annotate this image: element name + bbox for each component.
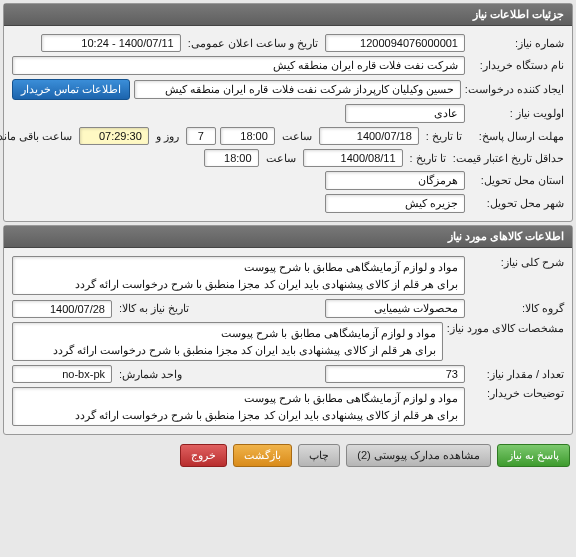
reply-time-value: 18:00 (220, 127, 275, 145)
need-no-value: 1200094076000001 (325, 34, 465, 52)
back-button[interactable]: بازگشت (233, 444, 292, 467)
item-spec-line1: مواد و لوازم آزمایشگاهی مطابق با شرح پیو… (19, 325, 436, 342)
action-button-bar: پاسخ به نیاز مشاهده مدارک پیوستی (2) چاپ… (0, 438, 576, 473)
unit-label: واحد شمارش: (116, 368, 185, 381)
reply-to-need-button[interactable]: پاسخ به نیاز (497, 444, 570, 467)
announce-value: 1400/07/11 - 10:24 (41, 34, 181, 52)
need-to-date-value: 1400/07/28 (12, 300, 112, 318)
contact-buyer-button[interactable]: اطلاعات تماس خریدار (12, 79, 130, 100)
city-label: شهر محل تحویل: (469, 197, 564, 210)
buyer-label: نام دستگاه خریدار: (469, 59, 564, 72)
buyer-value: شرکت نفت فلات قاره ایران منطقه کیش (12, 56, 465, 75)
announce-label: تاریخ و ساعت اعلان عمومی: (185, 37, 321, 50)
price-valid-label: حداقل تاریخ اعتبار قیمت: (453, 152, 564, 165)
price-valid-time-label: ساعت (263, 152, 299, 165)
item-spec-label: مشخصات کالای مورد نیاز: (447, 322, 564, 335)
province-value: هرمزگان (325, 171, 465, 190)
to-date-label-1: تا تاریخ : (423, 130, 465, 143)
buyer-note-line2: برای هر قلم از کالای پیشنهادی باید ایران… (19, 407, 458, 424)
remaining-days-value: 7 (186, 127, 216, 145)
reply-time-label: ساعت (279, 130, 315, 143)
reply-deadline-label: مهلت ارسال پاسخ: (469, 130, 564, 143)
need-desc-line1: مواد و لوازم آزمایشگاهی مطابق با شرح پیو… (19, 259, 458, 276)
city-value: جزیره کیش (325, 194, 465, 213)
unit-value: no-bx-pk (12, 365, 112, 383)
creator-label: ایجاد کننده درخواست: (465, 83, 564, 96)
price-valid-time-value: 18:00 (204, 149, 259, 167)
province-label: استان محل تحویل: (469, 174, 564, 187)
price-valid-date-value: 1400/08/11 (303, 149, 403, 167)
view-attachments-button[interactable]: مشاهده مدارک پیوستی (2) (346, 444, 491, 467)
buyer-note-label: توضیحات خریدار: (469, 387, 564, 400)
qty-label: تعداد / مقدار نیاز: (469, 368, 564, 381)
exit-button[interactable]: خروج (180, 444, 227, 467)
qty-value: 73 (325, 365, 465, 383)
print-button[interactable]: چاپ (298, 444, 340, 467)
need-desc-label: شرح کلی نیاز: (469, 256, 564, 269)
reply-date-value: 1400/07/18 (319, 127, 419, 145)
item-spec-value: مواد و لوازم آزمایشگاهی مطابق با شرح پیو… (12, 322, 443, 361)
priority-label: اولویت نیاز : (469, 107, 564, 120)
creator-value: حسین وکیلیان کارپرداز شرکت نفت فلات قاره… (134, 80, 461, 99)
remaining-hours-value: 07:29:30 (79, 127, 149, 145)
need-to-date-label: تاریخ نیاز به کالا: (116, 302, 192, 315)
need-no-label: شماره نیاز: (469, 37, 564, 50)
days-label: روز و (153, 130, 182, 143)
need-desc-line2: برای هر قلم از کالای پیشنهادی باید ایران… (19, 276, 458, 293)
group-value: محصولات شیمیایی (325, 299, 465, 318)
hours-label: ساعت باقی مانده (0, 130, 75, 143)
item-spec-line2: برای هر قلم از کالای پیشنهادی باید ایران… (19, 342, 436, 359)
panel-need-details: جزئیات اطلاعات نیاز شماره نیاز: 12000940… (3, 3, 573, 222)
group-label: گروه کالا: (469, 302, 564, 315)
to-date-label-2: تا تاریخ : (407, 152, 449, 165)
panel-items-info-header: اطلاعات کالاهای مورد نیاز (4, 226, 572, 248)
panel-items-info: اطلاعات کالاهای مورد نیاز شرح کلی نیاز: … (3, 225, 573, 435)
panel-items-info-body: شرح کلی نیاز: مواد و لوازم آزمایشگاهی مط… (4, 248, 572, 434)
buyer-note-value: مواد و لوازم آزمایشگاهی مطابق با شرح پیو… (12, 387, 465, 426)
need-desc-value: مواد و لوازم آزمایشگاهی مطابق با شرح پیو… (12, 256, 465, 295)
panel-need-details-body: شماره نیاز: 1200094076000001 تاریخ و ساع… (4, 26, 572, 221)
buyer-note-line1: مواد و لوازم آزمایشگاهی مطابق با شرح پیو… (19, 390, 458, 407)
priority-value: عادی (345, 104, 465, 123)
panel-need-details-header: جزئیات اطلاعات نیاز (4, 4, 572, 26)
